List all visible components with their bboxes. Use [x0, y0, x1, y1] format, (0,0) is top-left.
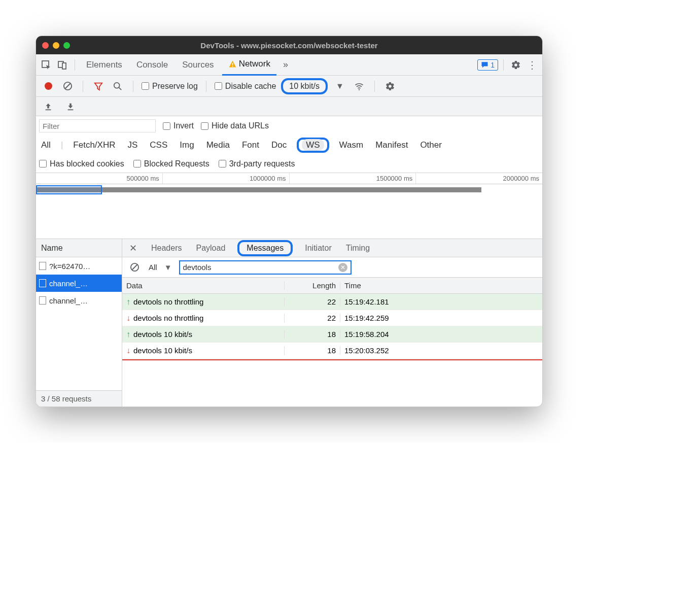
main-tabs: Elements Console Sources Network » 1 ⋮	[36, 54, 542, 76]
request-row[interactable]: ?k=62470…	[36, 257, 122, 275]
filter-input[interactable]	[39, 119, 156, 132]
issues-badge[interactable]: 1	[477, 59, 498, 71]
tab-console[interactable]: Console	[130, 54, 174, 76]
kebab-menu-icon[interactable]: ⋮	[525, 58, 539, 72]
type-img[interactable]: Img	[178, 139, 196, 151]
settings-icon[interactable]	[509, 58, 523, 72]
messages-search-input[interactable]: devtools ✕	[179, 260, 352, 275]
message-data: devtools no throttling	[133, 297, 203, 306]
svg-line-6	[65, 84, 70, 89]
name-column-header[interactable]: Name	[36, 239, 122, 257]
filter-icon[interactable]	[91, 79, 106, 93]
request-row[interactable]: channel_…	[36, 292, 122, 309]
search-icon[interactable]	[111, 79, 125, 93]
record-button[interactable]	[41, 79, 55, 93]
dtab-payload[interactable]: Payload	[194, 241, 227, 255]
tab-elements[interactable]: Elements	[80, 54, 128, 76]
blocked-requests-checkbox[interactable]: Blocked Requests	[133, 159, 209, 168]
network-settings-icon[interactable]	[383, 79, 397, 93]
message-time: 15:19:42.259	[340, 314, 542, 322]
minimize-window-button[interactable]	[53, 42, 59, 49]
message-time: 15:19:42.181	[340, 297, 542, 306]
close-detail-icon[interactable]: ✕	[127, 243, 139, 254]
request-list-pane: Name ?k=62470… channel_… channel_… 3 / 5…	[36, 239, 122, 407]
svg-rect-4	[232, 65, 233, 66]
disable-cache-label: Disable cache	[225, 82, 276, 91]
clear-icon[interactable]	[60, 79, 75, 93]
message-time: 15:19:58.204	[340, 330, 542, 339]
request-name: channel_…	[49, 296, 88, 305]
more-tabs-icon[interactable]: »	[278, 58, 293, 72]
messages-type-dropdown[interactable]: All ▼	[147, 262, 174, 273]
wifi-icon[interactable]	[352, 79, 366, 93]
separator	[133, 81, 133, 92]
arrow-up-icon: ↑	[126, 330, 130, 339]
type-all[interactable]: All	[39, 139, 53, 151]
waterfall-timeline[interactable]: 500000 ms 1000000 ms 1500000 ms 2000000 …	[36, 173, 542, 239]
download-icon[interactable]	[63, 99, 78, 114]
detail-pane: ✕ Headers Payload Messages Initiator Tim…	[122, 239, 542, 407]
inspect-element-icon[interactable]	[39, 58, 53, 72]
third-party-checkbox[interactable]: 3rd-party requests	[219, 159, 295, 168]
message-length: 18	[285, 330, 340, 339]
throttling-dropdown[interactable]: 10 kbit/s	[281, 78, 328, 94]
tick: 1500000 ms	[290, 173, 416, 184]
clear-messages-icon[interactable]	[127, 260, 142, 275]
preserve-log-checkbox[interactable]: Preserve log	[142, 82, 198, 91]
arrow-down-icon: ↓	[126, 314, 130, 323]
disable-cache-checkbox[interactable]: Disable cache	[215, 82, 276, 91]
svg-line-13	[132, 265, 137, 270]
device-toolbar-icon[interactable]	[55, 58, 69, 72]
hide-data-urls-checkbox[interactable]: Hide data URLs	[201, 121, 269, 130]
invert-checkbox[interactable]: Invert	[163, 121, 194, 130]
type-css[interactable]: CSS	[148, 139, 169, 151]
message-row[interactable]: ↓devtools 10 kbit/s1815:20:03.252	[122, 343, 542, 359]
message-row[interactable]: ↑devtools 10 kbit/s1815:19:58.204	[122, 326, 542, 343]
blocked-cookies-checkbox[interactable]: Has blocked cookies	[39, 159, 124, 168]
message-row[interactable]: ↑devtools no throttling2215:19:42.181	[122, 294, 542, 310]
separator	[503, 59, 504, 71]
type-font[interactable]: Font	[240, 139, 261, 151]
dtab-messages[interactable]: Messages	[244, 241, 286, 255]
message-row[interactable]: ↓devtools no throttling2215:19:42.259	[122, 310, 542, 326]
third-party-input[interactable]	[219, 160, 226, 167]
maximize-window-button[interactable]	[63, 42, 70, 49]
dtab-headers[interactable]: Headers	[149, 241, 184, 255]
col-time-header[interactable]: Time	[340, 281, 542, 290]
request-count-footer: 3 / 58 requests	[36, 390, 122, 407]
messages-header: Data Length Time	[122, 278, 542, 294]
col-data-header[interactable]: Data	[122, 281, 285, 290]
throttling-caret-icon[interactable]: ▼	[333, 79, 347, 93]
tab-network[interactable]: Network	[222, 54, 276, 76]
upload-icon[interactable]	[41, 99, 55, 114]
disable-cache-input[interactable]	[215, 82, 222, 90]
invert-input[interactable]	[163, 122, 170, 130]
type-media[interactable]: Media	[204, 139, 232, 151]
messages-highlight: Messages	[237, 240, 293, 256]
type-other[interactable]: Other	[418, 139, 444, 151]
type-js[interactable]: JS	[125, 139, 139, 151]
type-manifest[interactable]: Manifest	[373, 139, 410, 151]
message-data: devtools no throttling	[133, 314, 203, 322]
preserve-log-input[interactable]	[142, 82, 149, 90]
dtab-initiator[interactable]: Initiator	[303, 241, 333, 255]
type-fetch-xhr[interactable]: Fetch/XHR	[71, 139, 117, 151]
col-length-header[interactable]: Length	[285, 281, 340, 290]
timeline-selection[interactable]	[36, 185, 102, 194]
dtab-timing[interactable]: Timing	[344, 241, 372, 255]
request-row[interactable]: channel_…	[36, 275, 122, 292]
detail-tabs: ✕ Headers Payload Messages Initiator Tim…	[122, 239, 542, 257]
blocked-cookies-input[interactable]	[39, 160, 47, 167]
blocked-requests-input[interactable]	[133, 160, 141, 167]
type-doc[interactable]: Doc	[269, 139, 289, 151]
type-wasm[interactable]: Wasm	[337, 139, 366, 151]
tab-sources[interactable]: Sources	[176, 54, 220, 76]
dropdown-label: All	[149, 263, 157, 272]
import-export-row	[36, 97, 542, 116]
hide-data-urls-input[interactable]	[201, 122, 208, 130]
close-window-button[interactable]	[42, 42, 49, 49]
clear-search-icon[interactable]: ✕	[338, 263, 347, 272]
blocked-requests-label: Blocked Requests	[144, 159, 209, 168]
type-ws[interactable]: WS	[302, 139, 324, 151]
tick: 2000000 ms	[416, 173, 542, 184]
